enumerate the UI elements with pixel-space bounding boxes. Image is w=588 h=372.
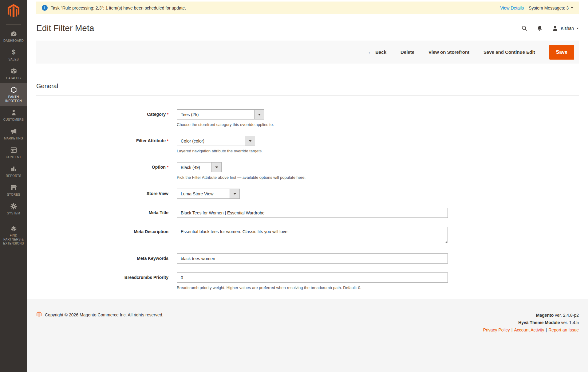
meta-title-label: Meta Title — [36, 208, 177, 218]
field-store-view: Store View Luma Store View — [36, 189, 579, 199]
magento-footer-logo-icon — [36, 311, 42, 318]
breadcrumbs-priority-input[interactable] — [177, 272, 448, 283]
save-button[interactable]: Save — [549, 45, 574, 60]
copyright-text: Copyright © 2026 Magento Commerce Inc. A… — [45, 312, 163, 317]
sidebar-item-label: CATALOG — [6, 76, 21, 80]
meta-description-textarea[interactable]: Essential black tees for women. Classic … — [177, 227, 448, 243]
filter-attribute-note: Layered navigation attribute the overrid… — [177, 149, 263, 153]
privacy-policy-link[interactable]: Privacy Policy — [483, 327, 510, 332]
marketing-icon — [10, 127, 17, 135]
sidebar-item-label: MARKETING — [4, 136, 23, 140]
search-icon[interactable] — [521, 25, 527, 31]
meta-keywords-label: Meta Keywords — [36, 253, 177, 264]
filter-attribute-select[interactable]: Color (color) — [177, 136, 255, 146]
theme-version: Hyvä Theme Module ver. 1.4.5 — [483, 319, 579, 326]
edit-form: General Category* Tees (25) Choose the s… — [27, 64, 588, 299]
customers-icon — [10, 109, 17, 116]
meta-description-label: Meta Description — [36, 227, 177, 245]
sidebar-item-label: SALES — [8, 57, 19, 61]
option-select-button[interactable] — [211, 163, 221, 172]
breadcrumbs-priority-note: Breadcrumb priority weight. Higher value… — [177, 285, 448, 290]
view-details-link[interactable]: View Details — [500, 6, 524, 10]
field-meta-description: Meta Description Essential black tees fo… — [36, 227, 579, 245]
meta-keywords-input[interactable] — [177, 253, 448, 264]
required-marker: * — [167, 139, 168, 143]
back-button[interactable]: ← Back — [368, 49, 386, 55]
field-meta-title: Meta Title — [36, 208, 579, 218]
stores-icon — [10, 184, 17, 191]
required-marker: * — [167, 165, 168, 170]
catalog-icon — [10, 67, 17, 75]
report-issue-link[interactable]: Report an Issue — [548, 327, 579, 332]
store-view-select[interactable]: Luma Store View — [177, 189, 240, 199]
option-note: Pick the Filter Attribute above first — … — [177, 175, 306, 180]
sidebar-item-label: CONTENT — [6, 155, 21, 159]
field-option: Option* Black (49) Pick the Filter Attri… — [36, 162, 579, 180]
sidebar-item-find-partners[interactable]: FIND PARTNERS & EXTENSIONS — [0, 222, 27, 249]
user-avatar-icon — [552, 25, 558, 31]
filter-attribute-label: Filter Attribute* — [36, 136, 177, 153]
sidebar-item-label: CUSTOMERS — [3, 118, 24, 122]
field-meta-keywords: Meta Keywords — [36, 253, 579, 264]
sidebar-item-sales[interactable]: $ SALES — [0, 46, 27, 65]
caret-down-icon — [249, 140, 252, 143]
category-select-button[interactable] — [254, 110, 264, 119]
option-select-value: Black (49) — [177, 163, 211, 172]
field-filter-attribute: Filter Attribute* Color (color) Layered … — [36, 136, 579, 153]
filter-attribute-select-value: Color (color) — [177, 136, 245, 146]
sidebar-item-label: FIND PARTNERS & EXTENSIONS — [1, 233, 26, 245]
system-message-text: Task "Rule processing: 2,3": 1 item(s) h… — [51, 6, 186, 10]
breadcrumbs-priority-label: Breadcrumbs Priority — [36, 272, 177, 290]
header-actions: Kishan — [521, 25, 579, 31]
caret-down-icon — [576, 28, 579, 30]
delete-button[interactable]: Delete — [401, 49, 414, 55]
caret-down-icon — [258, 114, 261, 117]
caret-down-icon — [215, 166, 218, 170]
sidebar-item-customers[interactable]: CUSTOMERS — [0, 106, 27, 125]
category-label: Category* — [36, 109, 177, 127]
user-menu[interactable]: Kishan — [552, 25, 579, 31]
caret-down-icon — [233, 193, 236, 196]
sidebar-item-content[interactable]: CONTENT — [0, 143, 27, 162]
admin-footer: Copyright © 2026 Magento Commerce Inc. A… — [27, 299, 588, 372]
magento-logo[interactable] — [7, 0, 20, 24]
system-messages-count-label: System Messages: 3 — [529, 6, 569, 10]
page-title: Edit Filter Meta — [36, 23, 94, 33]
store-view-select-button[interactable] — [230, 189, 239, 198]
sidebar-item-marketing[interactable]: MARKETING — [0, 125, 27, 143]
sidebar-item-dashboard[interactable]: DASHBOARD — [0, 27, 27, 46]
save-and-continue-button[interactable]: Save and Continue Edit — [483, 49, 535, 55]
page-actions-toolbar: ← Back Delete View on Storefront Save an… — [36, 41, 579, 64]
sidebar-item-reports[interactable]: REPORTS — [0, 162, 27, 181]
category-note: Choose the storefront category this over… — [177, 122, 274, 127]
store-view-label: Store View — [36, 189, 177, 199]
sidebar-item-stores[interactable]: STORES — [0, 181, 27, 200]
sidebar-item-panth-infotech[interactable]: PANTH INFOTECH — [0, 83, 27, 106]
category-select[interactable]: Tees (25) — [177, 109, 264, 119]
sidebar-item-system[interactable]: SYSTEM — [0, 200, 27, 218]
magento-logo-icon — [7, 4, 20, 19]
sidebar-item-label: PANTH INFOTECH — [1, 95, 26, 103]
sidebar-item-label: STORES — [7, 193, 20, 197]
footer-links: Privacy Policy|Account Activity|Report a… — [483, 326, 579, 334]
account-activity-link[interactable]: Account Activity — [514, 327, 544, 332]
option-select[interactable]: Black (49) — [177, 162, 222, 172]
sales-icon: $ — [12, 49, 15, 56]
sidebar-divider — [6, 219, 21, 219]
filter-attribute-select-button[interactable] — [245, 136, 255, 146]
admin-sidebar: DASHBOARD $ SALES CATALOG PANTH INFOTECH… — [0, 0, 27, 372]
info-icon: i — [42, 5, 48, 11]
system-messages-toggle[interactable]: System Messages: 3 — [529, 6, 573, 10]
category-select-value: Tees (25) — [177, 110, 254, 119]
view-on-storefront-button[interactable]: View on Storefront — [428, 49, 469, 55]
magento-version: Magento ver. 2.4.8-p2 — [483, 311, 579, 319]
sidebar-item-label: REPORTS — [6, 174, 21, 178]
sidebar-item-catalog[interactable]: CATALOG — [0, 65, 27, 83]
sidebar-item-label: DASHBOARD — [3, 39, 24, 43]
notifications-bell-icon[interactable] — [537, 25, 543, 31]
sidebar-item-label: SYSTEM — [7, 211, 20, 215]
user-name: Kishan — [561, 26, 574, 31]
back-arrow-icon: ← — [368, 49, 373, 55]
meta-title-input[interactable] — [177, 208, 448, 218]
system-icon — [10, 202, 17, 210]
